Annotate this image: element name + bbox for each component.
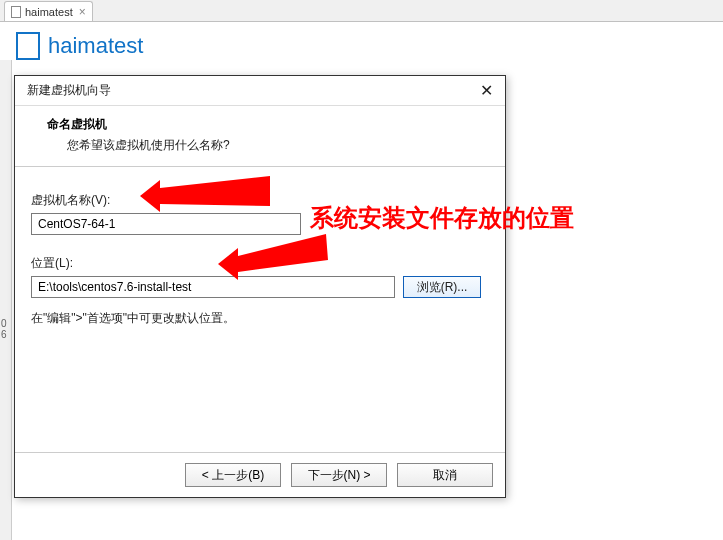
gutter-marks: 0 6 <box>1 318 7 340</box>
close-icon[interactable]: ✕ <box>476 83 497 99</box>
left-gutter: 0 6 <box>0 60 12 540</box>
location-label: 位置(L): <box>31 255 489 272</box>
back-button[interactable]: < 上一步(B) <box>185 463 281 487</box>
dialog-titlebar: 新建虚拟机向导 ✕ <box>15 76 505 106</box>
tab-label: haimatest <box>25 6 73 18</box>
location-input[interactable] <box>31 276 395 298</box>
dialog-header: 命名虚拟机 您希望该虚拟机使用什么名称? <box>15 106 505 167</box>
dialog-title: 新建虚拟机向导 <box>27 82 111 99</box>
cancel-button[interactable]: 取消 <box>397 463 493 487</box>
page-title: haimatest <box>48 33 143 59</box>
document-icon <box>11 6 21 18</box>
annotation-text: 系统安装文件存放的位置 <box>310 202 574 234</box>
tab-haimatest[interactable]: haimatest × <box>4 1 93 21</box>
new-vm-wizard-dialog: 新建虚拟机向导 ✕ 命名虚拟机 您希望该虚拟机使用什么名称? 虚拟机名称(V):… <box>14 75 506 498</box>
location-row: 浏览(R)... <box>31 276 489 298</box>
next-button[interactable]: 下一步(N) > <box>291 463 387 487</box>
vm-name-input[interactable] <box>31 213 301 235</box>
dialog-heading: 命名虚拟机 <box>47 116 491 133</box>
tabbar: haimatest × <box>0 0 723 22</box>
browse-button[interactable]: 浏览(R)... <box>403 276 481 298</box>
vm-header: haimatest <box>0 22 723 70</box>
default-location-hint: 在"编辑">"首选项"中可更改默认位置。 <box>31 310 489 327</box>
dialog-footer: < 上一步(B) 下一步(N) > 取消 <box>15 452 505 497</box>
dialog-subheading: 您希望该虚拟机使用什么名称? <box>67 137 491 154</box>
vm-icon <box>16 32 40 60</box>
close-icon[interactable]: × <box>79 5 86 19</box>
